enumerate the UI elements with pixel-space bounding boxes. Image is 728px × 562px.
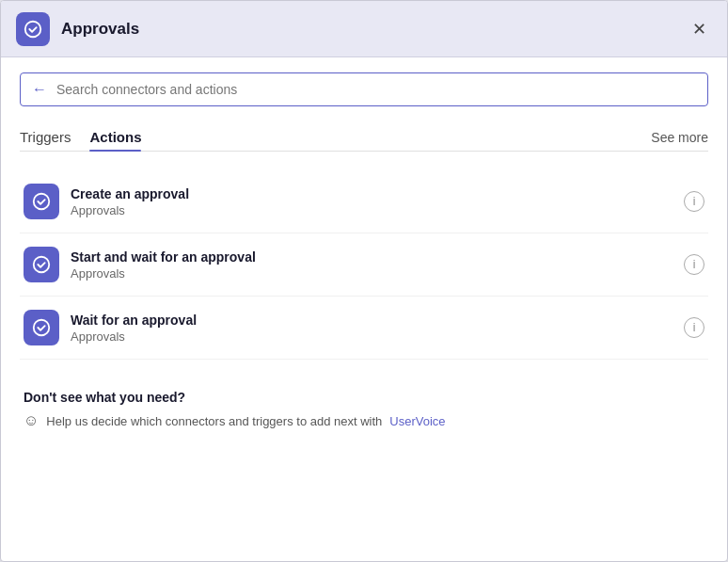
footer-section: Don't see what you need? ☺ Help us decid… bbox=[20, 382, 708, 437]
footer-description: Help us decide which connectors and trig… bbox=[46, 414, 382, 428]
action-item[interactable]: Start and wait for an approval Approvals… bbox=[20, 233, 708, 297]
svg-point-3 bbox=[34, 320, 50, 336]
search-bar[interactable]: ← bbox=[20, 72, 708, 106]
action-title: Create an approval bbox=[71, 186, 684, 201]
title-bar: Approvals ✕ bbox=[1, 1, 727, 57]
info-icon[interactable]: i bbox=[684, 191, 704, 212]
approvals-window: Approvals ✕ ← Triggers Actions See more bbox=[0, 0, 728, 562]
info-icon[interactable]: i bbox=[684, 254, 704, 275]
main-content: ← Triggers Actions See more Create an ap… bbox=[1, 57, 727, 561]
svg-point-0 bbox=[25, 21, 41, 37]
smiley-icon: ☺ bbox=[24, 412, 39, 429]
action-title: Wait for an approval bbox=[71, 313, 684, 328]
action-icon-wait bbox=[24, 310, 59, 345]
tab-actions[interactable]: Actions bbox=[89, 123, 141, 151]
search-input[interactable] bbox=[56, 82, 696, 97]
footer-heading: Don't see what you need? bbox=[24, 390, 704, 405]
svg-point-1 bbox=[34, 194, 50, 210]
footer-text: ☺ Help us decide which connectors and tr… bbox=[24, 412, 704, 429]
action-icon-create bbox=[24, 184, 59, 219]
action-details: Start and wait for an approval Approvals bbox=[71, 249, 684, 281]
info-icon[interactable]: i bbox=[684, 317, 704, 338]
tab-triggers[interactable]: Triggers bbox=[20, 123, 71, 151]
see-more-link[interactable]: See more bbox=[651, 130, 708, 145]
tabs-bar: Triggers Actions See more bbox=[20, 123, 708, 152]
action-item[interactable]: Wait for an approval Approvals i bbox=[20, 297, 708, 360]
action-title: Start and wait for an approval bbox=[71, 249, 684, 265]
action-subtitle: Approvals bbox=[71, 329, 684, 344]
svg-point-2 bbox=[34, 257, 50, 273]
app-icon bbox=[16, 12, 50, 46]
action-item[interactable]: Create an approval Approvals i bbox=[20, 170, 708, 233]
action-details: Create an approval Approvals bbox=[71, 186, 684, 217]
uservoice-link[interactable]: UserVoice bbox=[389, 414, 445, 428]
action-subtitle: Approvals bbox=[71, 266, 684, 281]
action-subtitle: Approvals bbox=[71, 203, 684, 217]
window-title: Approvals bbox=[61, 20, 686, 39]
action-details: Wait for an approval Approvals bbox=[71, 313, 684, 344]
action-icon-start bbox=[24, 247, 59, 282]
action-list: Create an approval Approvals i Start and… bbox=[20, 170, 708, 360]
close-button[interactable]: ✕ bbox=[686, 16, 712, 42]
back-arrow-icon[interactable]: ← bbox=[32, 81, 47, 98]
